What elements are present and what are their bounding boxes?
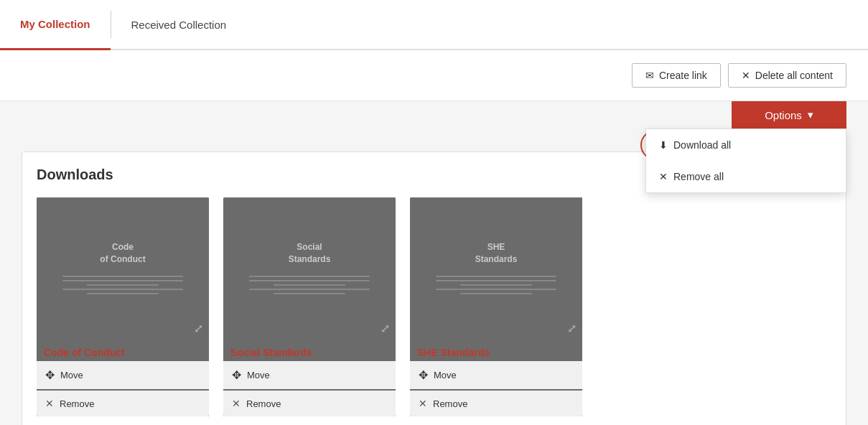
move-button[interactable]: ✥ Move: [410, 361, 582, 389]
doc-line: [62, 280, 183, 281]
options-dropdown: ⬇ Download all ✕ Remove all: [645, 129, 846, 193]
move-icon: ✥: [232, 368, 241, 382]
expand-icon: ⤢: [567, 322, 577, 335]
card-lines: [62, 273, 183, 297]
doc-line-short: [274, 293, 346, 294]
card-lines: [436, 273, 556, 297]
move-label: Move: [247, 370, 270, 380]
remove-all-x-icon: ✕: [659, 171, 668, 182]
doc-line-short: [460, 284, 533, 286]
card-label: Social Standards: [223, 341, 396, 361]
remove-button[interactable]: ✕ Remove: [410, 391, 582, 416]
toolbar: ✉ Create link ✕ Delete all content: [0, 50, 868, 101]
doc-line: [249, 276, 370, 277]
download-all-button[interactable]: ⬇ Download all: [646, 129, 744, 161]
chevron-down-icon: ▾: [808, 108, 813, 121]
doc-line: [62, 289, 183, 290]
doc-line: [249, 280, 370, 281]
options-label: Options: [765, 109, 802, 121]
tab-received-collection-label: Received Collection: [131, 19, 227, 31]
doc-line: [436, 289, 556, 290]
card-title-overlay: SocialStandards: [289, 241, 331, 266]
card-actions: ✥ Move ✕ Remove: [37, 361, 209, 416]
download-icon: ⬇: [659, 139, 668, 151]
remove-label: Remove: [433, 398, 467, 409]
card-lines: [249, 273, 370, 297]
options-button[interactable]: Options ▾: [732, 101, 846, 129]
remove-all-label: Remove all: [673, 171, 724, 182]
move-label: Move: [60, 370, 83, 380]
card-actions: ✥ Move ✕ Remove: [410, 361, 582, 416]
doc-line-short: [274, 284, 346, 286]
download-all-label: Download all: [673, 139, 731, 151]
move-label: Move: [434, 370, 457, 380]
tab-my-collection-label: My Collection: [20, 18, 90, 30]
x-icon: ✕: [419, 398, 427, 409]
doc-line: [249, 289, 370, 290]
card-label: SHE Standards: [410, 341, 582, 361]
main-content: Options ▾ ⬇ Download all ✕ Remove all Do…: [0, 101, 868, 425]
x-icon: ✕: [742, 70, 750, 81]
options-container: Options ▾ ⬇ Download all ✕ Remove all: [732, 101, 846, 129]
tab-received-collection[interactable]: Received Collection: [111, 0, 247, 49]
move-button[interactable]: ✥ Move: [37, 361, 209, 389]
card-preview: SHEStandards ⤢: [410, 197, 582, 341]
doc-card-card-3: SHEStandards ⤢ SHE Standards ✥ Move ✕: [410, 197, 582, 416]
delete-all-label: Delete all content: [755, 70, 833, 81]
doc-line-short: [87, 293, 159, 294]
x-icon: ✕: [232, 398, 241, 409]
expand-icon: ⤢: [381, 322, 390, 335]
card-title-overlay: SHEStandards: [475, 241, 518, 266]
remove-button[interactable]: ✕ Remove: [37, 391, 209, 416]
card-preview: SocialStandards ⤢: [223, 197, 396, 341]
move-icon: ✥: [419, 368, 428, 382]
expand-icon: ⤢: [194, 322, 203, 335]
tabs-bar: My Collection Received Collection: [0, 0, 868, 50]
card-label: Code of Conduct: [37, 341, 209, 361]
card-title-overlay: Codeof Conduct: [100, 241, 145, 266]
remove-all-button[interactable]: ✕ Remove all: [646, 161, 846, 192]
create-link-label: Create link: [659, 70, 707, 81]
remove-button[interactable]: ✕ Remove: [223, 391, 396, 416]
doc-line: [436, 276, 556, 277]
cards-row: Codeof Conduct ⤢ Code of Conduct ✥ Move …: [37, 197, 831, 416]
x-icon: ✕: [45, 398, 54, 409]
doc-line: [62, 276, 183, 277]
doc-card-card-1: Codeof Conduct ⤢ Code of Conduct ✥ Move …: [37, 197, 209, 416]
tab-my-collection[interactable]: My Collection: [0, 0, 111, 50]
doc-line: [436, 280, 556, 281]
create-link-button[interactable]: ✉ Create link: [632, 63, 721, 88]
download-all-wrapper: ⬇ Download all: [646, 129, 846, 161]
doc-card-card-2: SocialStandards ⤢ Social Standards ✥ Mov…: [223, 197, 396, 416]
delete-all-button[interactable]: ✕ Delete all content: [728, 63, 846, 88]
remove-label: Remove: [246, 398, 281, 409]
remove-label: Remove: [60, 398, 94, 409]
move-button[interactable]: ✥ Move: [223, 361, 396, 389]
envelope-icon: ✉: [645, 70, 654, 81]
doc-line-short: [460, 293, 533, 294]
card-preview: Codeof Conduct ⤢: [37, 197, 209, 341]
doc-line-short: [87, 284, 159, 286]
card-actions: ✥ Move ✕ Remove: [223, 361, 396, 416]
move-icon: ✥: [45, 368, 55, 382]
